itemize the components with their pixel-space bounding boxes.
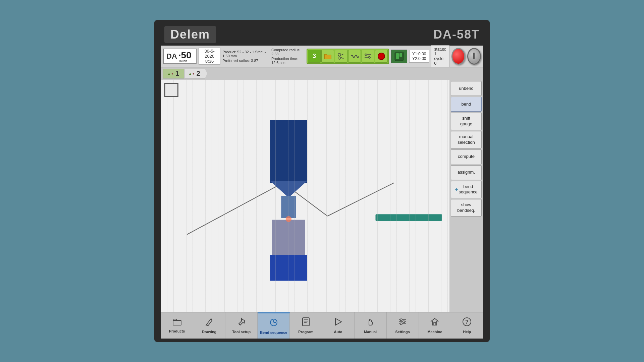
svg-rect-15 <box>395 52 404 61</box>
bend-button[interactable]: bend <box>451 97 482 112</box>
svg-point-42 <box>403 321 405 323</box>
svg-point-43 <box>400 323 402 325</box>
toolbar-btn-record[interactable] <box>375 50 388 63</box>
datetime-box: 30-5-2020 8:36 <box>199 48 220 65</box>
nav-machine[interactable]: Machine <box>419 312 451 339</box>
toolbar-btn-wave[interactable] <box>348 50 361 63</box>
nav-bend-sequence[interactable]: Bend sequence <box>258 312 290 339</box>
y1-coord: Y1:0.00 <box>412 52 426 56</box>
svg-point-41 <box>400 319 402 321</box>
settings-label: Settings <box>395 330 410 334</box>
production-time: Production time: 12.6 sec <box>271 57 305 65</box>
assignm-button[interactable]: assignm. <box>451 165 482 180</box>
date-display: 30-5-2020 <box>202 49 217 59</box>
auto-label: Auto <box>334 330 342 334</box>
show-bendseq-button[interactable]: showbendseq. <box>451 199 482 217</box>
program-icon <box>301 317 311 328</box>
unbend-button[interactable]: unbend <box>451 81 482 96</box>
svg-line-29 <box>206 324 207 326</box>
products-icon <box>172 318 182 328</box>
compute-button[interactable]: compute <box>451 149 482 164</box>
top-bar: DA ·50 Touch 30-5-2020 8:36 Product: 52 … <box>161 46 483 67</box>
top-brand-bar: Delem DA-58T <box>158 23 486 46</box>
help-label: Help <box>463 330 471 334</box>
drawing-icon <box>205 317 214 328</box>
program-label: Program <box>298 330 313 334</box>
manual-icon <box>366 317 375 328</box>
time-display: 8:36 <box>202 59 217 64</box>
svg-point-5 <box>365 54 367 55</box>
bend-sequence-button[interactable]: + bendsequence <box>451 181 482 198</box>
da-number: ·50 <box>178 50 192 60</box>
step-1-button[interactable]: ▲ ▼ 1 <box>163 69 186 78</box>
svg-marker-37 <box>335 318 341 325</box>
brand-model: DA-58T <box>433 27 480 42</box>
svg-rect-33 <box>303 318 309 326</box>
svg-line-4 <box>341 57 343 59</box>
product-line2: Preferred radius: 3.87 <box>222 59 269 63</box>
bend-sequence-icon <box>269 318 278 329</box>
svg-point-10 <box>369 56 370 58</box>
svg-rect-17 <box>399 53 402 57</box>
nav-settings[interactable]: Settings <box>387 312 419 339</box>
power-button[interactable] <box>467 48 481 65</box>
status-text-box: status: 1 cycle: 0 <box>431 45 449 67</box>
step-bar: ▲ ▼ 1 ▲ ▼ 2 <box>161 67 483 80</box>
step-2-arrow-down: ▼ <box>192 72 195 75</box>
tool-setup-label: Tool setup <box>232 330 251 334</box>
status-box <box>391 50 407 63</box>
step-2-button[interactable]: ▲ ▼ 2 <box>184 69 207 78</box>
computed-radius: Computed radius: 2.53 <box>271 48 305 56</box>
manual-selection-button[interactable]: manualselection <box>451 131 482 148</box>
frame-icon-button[interactable] <box>164 83 178 97</box>
right-sidebar: unbend bend shiftgauge manualselection c… <box>449 80 483 312</box>
nav-tool-setup[interactable]: Tool setup <box>225 312 258 339</box>
svg-rect-0 <box>324 55 331 59</box>
brand-delem: Delem <box>164 26 216 43</box>
products-label: Products <box>169 329 185 333</box>
auto-icon <box>333 317 343 328</box>
tool-setup-icon <box>237 317 246 328</box>
svg-rect-16 <box>396 53 399 59</box>
coord-box: Y1:0.00 Y2:0.00 <box>409 50 429 63</box>
svg-rect-28 <box>173 320 181 325</box>
emergency-stop-button[interactable] <box>451 48 465 65</box>
product-line1: Product: 52 - 32 - 1 Steel - 1.50 mm <box>222 50 269 58</box>
step-2-label: 2 <box>197 70 200 77</box>
drawing-label: Drawing <box>202 330 216 334</box>
bend-sequence-nav-label: Bend sequence <box>260 330 287 335</box>
nav-auto[interactable]: Auto <box>322 312 354 339</box>
manual-label: Manual <box>364 330 377 334</box>
computed-info: Computed radius: 2.53 Production time: 1… <box>271 48 305 65</box>
step-2-arrow-up: ▲ <box>189 72 192 75</box>
cycle-display: cycle: 0 <box>434 56 446 66</box>
help-icon: ? <box>462 317 472 328</box>
shift-gauge-button[interactable]: shiftgauge <box>451 113 482 130</box>
toolbar-btn-3[interactable]: 3 <box>308 50 321 63</box>
svg-text:?: ? <box>466 319 469 325</box>
da-badge: DA ·50 Touch <box>163 49 197 64</box>
svg-point-2 <box>338 57 341 59</box>
product-info: Product: 52 - 32 - 1 Steel - 1.50 mm Pre… <box>222 50 269 63</box>
nav-help[interactable]: ? Help <box>451 312 483 339</box>
outer-frame: Delem DA-58T DA ·50 Touch 30-5-2020 8:36… <box>154 20 490 342</box>
nav-manual[interactable]: Manual <box>355 312 387 339</box>
plus-icon: + <box>455 186 458 193</box>
toolbar-btn-folder[interactable] <box>321 50 334 63</box>
toolbar-btn-cut[interactable] <box>335 50 347 63</box>
nav-drawing[interactable]: Drawing <box>193 312 225 339</box>
y2-coord: Y2:0.00 <box>412 56 426 61</box>
svg-rect-44 <box>434 322 436 325</box>
nav-program[interactable]: Program <box>290 312 322 339</box>
bottom-nav: Products Drawing Tool setup <box>161 312 483 339</box>
toolbar-btn-settings[interactable] <box>362 50 374 63</box>
nav-products[interactable]: Products <box>161 312 193 339</box>
canvas-area <box>161 80 449 312</box>
step-1-label: 1 <box>175 70 179 77</box>
bend-sequence-label: bendsequence <box>459 184 477 195</box>
settings-icon <box>398 317 407 328</box>
step-1-arrow-up: ▲ <box>167 72 171 75</box>
step-1-arrow-down: ▼ <box>171 72 174 75</box>
svg-point-1 <box>338 53 341 56</box>
toolbar-buttons: 3 <box>307 49 389 64</box>
